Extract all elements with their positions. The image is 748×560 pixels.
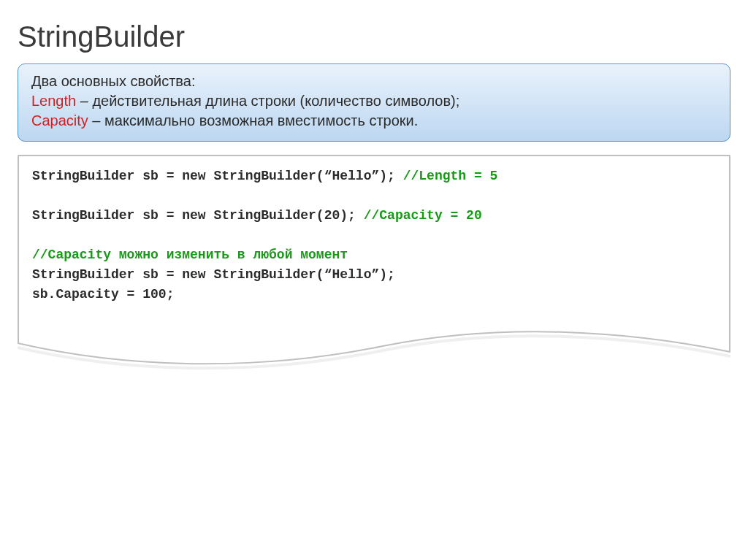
- info-capacity-desc: – максимально возможная вместимость стро…: [88, 112, 419, 129]
- code-line-7: sb.Capacity = 100;: [32, 287, 174, 302]
- info-length-keyword: Length: [31, 93, 76, 109]
- code-line-1: StringBuilder sb = new StringBuilder(“He…: [32, 169, 403, 183]
- code-comment-3: //Capacity = 20: [364, 208, 482, 223]
- wave-divider: [18, 330, 730, 374]
- code-panel-wrap: StringBuilder sb = new StringBuilder(“He…: [18, 155, 730, 374]
- info-panel: Два основных свойства: Length – действит…: [18, 64, 730, 142]
- code-comment-1: //Length = 5: [403, 169, 498, 183]
- info-capacity-keyword: Capacity: [31, 112, 88, 129]
- info-capacity-line: Capacity – максимально возможная вместим…: [31, 111, 717, 131]
- code-line-6: StringBuilder sb = new StringBuilder(“He…: [32, 267, 395, 282]
- info-length-desc: – действительная длина строки (количеств…: [76, 93, 459, 109]
- info-intro: Два основных свойства:: [31, 72, 717, 91]
- code-line-3: StringBuilder sb = new StringBuilder(20)…: [32, 208, 364, 223]
- code-panel: StringBuilder sb = new StringBuilder(“He…: [18, 155, 730, 330]
- code-comment-5: //Capacity можно изменить в любой момент: [32, 248, 348, 262]
- info-length-line: Length – действительная длина строки (ко…: [31, 91, 717, 111]
- page-title: StringBuilder: [18, 20, 730, 53]
